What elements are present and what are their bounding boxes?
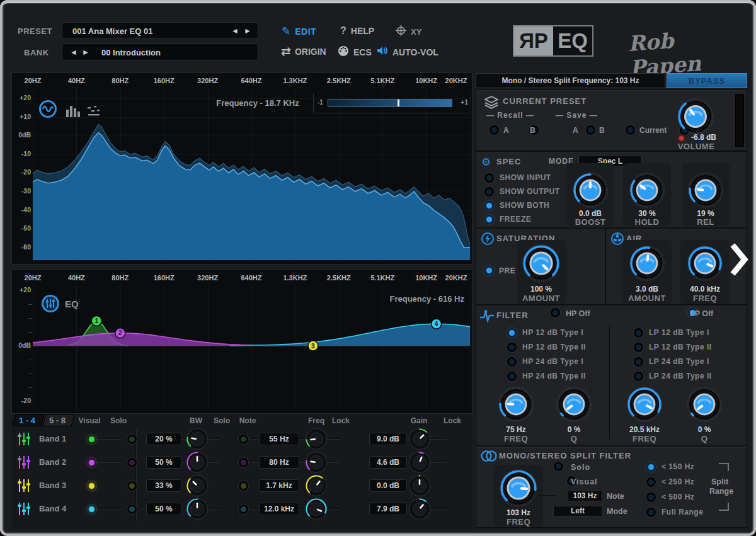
band-2-solo-dot[interactable] bbox=[127, 457, 137, 468]
spec-option-3[interactable]: FREEZE bbox=[484, 214, 531, 225]
analyzer-bars-icon[interactable] bbox=[65, 103, 81, 120]
band-4-freq-knob[interactable] bbox=[305, 498, 328, 520]
spec-option-1-radio[interactable] bbox=[484, 186, 495, 197]
band-1-bw-value[interactable]: 20 % bbox=[146, 433, 181, 445]
air-freq-knob[interactable] bbox=[687, 245, 723, 282]
band-3-gain-value[interactable]: 0.0 dB bbox=[369, 479, 407, 492]
eq-chart[interactable]: 1 2 3 4 bbox=[33, 290, 470, 404]
lp-option-2-radio[interactable] bbox=[633, 356, 644, 367]
band-3-bw-knob[interactable] bbox=[186, 474, 209, 497]
eq-band-1-node[interactable]: 1 bbox=[91, 316, 101, 326]
hp-option-3[interactable]: HP 24 dB Type II bbox=[507, 370, 586, 382]
split-range-1-radio[interactable] bbox=[646, 477, 656, 488]
split-range-2-radio[interactable] bbox=[646, 492, 656, 503]
hold-knob[interactable] bbox=[629, 172, 665, 208]
help-button[interactable]: ? HELP bbox=[340, 25, 374, 37]
preset-value[interactable]: 001 Ana Mixer EQ 01 bbox=[72, 26, 152, 36]
pre-radio[interactable] bbox=[484, 265, 495, 276]
band-3-freq-knob[interactable] bbox=[305, 474, 328, 497]
eq-band-3-node[interactable]: 3 bbox=[308, 341, 318, 351]
spec-option-1[interactable]: SHOW OUTPUT bbox=[484, 186, 560, 197]
band-1-bw-solo-dot[interactable] bbox=[238, 434, 249, 445]
split-range-3-radio[interactable] bbox=[646, 507, 656, 518]
analyzer-points-icon[interactable] bbox=[86, 105, 103, 120]
band-3-bw-value[interactable]: 33 % bbox=[146, 479, 181, 492]
air-amount-knob[interactable] bbox=[629, 245, 665, 282]
hp-option-0-radio[interactable] bbox=[507, 328, 517, 338]
spec-option-3-radio[interactable] bbox=[484, 214, 495, 225]
tilt-slider-marker[interactable] bbox=[398, 100, 399, 106]
spec-option-2-radio[interactable] bbox=[484, 200, 495, 211]
split-note-value[interactable]: 103 Hz bbox=[568, 491, 602, 501]
eq-band-4-node[interactable]: 4 bbox=[432, 319, 442, 329]
band-2-bw-knob[interactable] bbox=[186, 451, 209, 474]
hp-option-2-radio[interactable] bbox=[507, 356, 517, 367]
auto-vol-button[interactable]: AUTO-VOL bbox=[377, 45, 438, 59]
band-4-bw-knob[interactable] bbox=[186, 498, 209, 520]
tilt-slider[interactable] bbox=[328, 99, 452, 107]
analyzer-curve-icon[interactable] bbox=[38, 100, 57, 121]
boost-knob[interactable] bbox=[572, 172, 609, 208]
eq-band-2-node[interactable]: 2 bbox=[115, 328, 125, 338]
band-4-freq-value[interactable]: 12.0 kHz bbox=[259, 503, 299, 515]
save-a-radio[interactable] bbox=[585, 125, 596, 135]
band-3-bw-solo-dot[interactable] bbox=[238, 481, 249, 491]
hp-option-2[interactable]: HP 24 dB Type I bbox=[507, 356, 583, 367]
lp-q-knob[interactable] bbox=[686, 386, 723, 423]
bank-selector[interactable]: ◄ ► 00 Introduction bbox=[62, 43, 258, 60]
saturation-amount-knob[interactable] bbox=[522, 244, 561, 283]
split-range-2[interactable]: < 500 Hz bbox=[646, 491, 694, 503]
xy-button[interactable]: XY bbox=[396, 25, 421, 38]
spectrum-analyzer-panel[interactable]: 20HZ40HZ80HZ160HZ320HZ640HZ1.3KHZ2.5KHZ5… bbox=[11, 72, 472, 265]
hp-q-knob[interactable] bbox=[556, 386, 592, 423]
save-b-radio[interactable] bbox=[625, 125, 636, 135]
hp-option-1-radio[interactable] bbox=[507, 342, 517, 353]
split-range-1[interactable]: < 250 Hz bbox=[646, 476, 694, 488]
origin-button[interactable]: ⇄ ORIGIN bbox=[281, 45, 326, 57]
split-range-0-radio[interactable] bbox=[646, 462, 656, 472]
band-3-solo-dot[interactable] bbox=[127, 481, 137, 491]
band-2-freq-value[interactable]: 80 Hz bbox=[259, 456, 299, 469]
spec-option-0[interactable]: SHOW INPUT bbox=[484, 172, 551, 183]
band-1-gain-knob[interactable] bbox=[408, 428, 431, 450]
hp-option-1[interactable]: HP 12 dB Type II bbox=[507, 341, 586, 353]
band-2-bw-value[interactable]: 50 % bbox=[146, 456, 181, 469]
band-3-gain-knob[interactable] bbox=[408, 474, 431, 497]
band-4-bw-solo-dot[interactable] bbox=[238, 504, 249, 515]
band-2-visual-dot[interactable] bbox=[86, 457, 97, 468]
split-solo-radio[interactable] bbox=[553, 461, 564, 472]
ecs-button[interactable]: ECS bbox=[338, 45, 372, 59]
rel-knob[interactable] bbox=[687, 172, 724, 208]
hp-option-0[interactable]: HP 12 dB Type I bbox=[507, 327, 583, 338]
preset-prev-arrow[interactable]: ◄ bbox=[231, 26, 239, 35]
lp-option-3[interactable]: LP 24 dB Type II bbox=[633, 370, 712, 382]
split-range-0[interactable]: < 150 Hz bbox=[646, 461, 694, 472]
eq-curve-panel[interactable]: 20HZ40HZ80HZ160HZ320HZ640HZ1.3KHZ2.5KHZ5… bbox=[11, 270, 472, 414]
hp-option-3-radio[interactable] bbox=[507, 371, 517, 382]
lp-option-0-radio[interactable] bbox=[633, 328, 644, 338]
tab-bands-5-8-label[interactable]: 5 - 8 bbox=[49, 416, 66, 425]
band-4-solo-dot[interactable] bbox=[127, 504, 137, 515]
band-3-visual-dot[interactable] bbox=[86, 481, 97, 491]
band-2-gain-knob[interactable] bbox=[408, 451, 431, 474]
band-4-bw-value[interactable]: 50 % bbox=[146, 503, 181, 515]
lp-option-1[interactable]: LP 12 dB Type II bbox=[633, 341, 712, 353]
lp-option-0[interactable]: LP 12 dB Type I bbox=[633, 327, 709, 338]
hp-off-radio[interactable] bbox=[550, 307, 561, 318]
volume-knob[interactable] bbox=[677, 98, 714, 135]
band-1-freq-knob[interactable] bbox=[305, 428, 328, 450]
lp-freq-knob[interactable] bbox=[626, 386, 663, 423]
lp-option-2[interactable]: LP 24 dB Type I bbox=[633, 356, 709, 367]
band-1-gain-value[interactable]: 9.0 dB bbox=[369, 433, 407, 445]
band-4-gain-knob[interactable] bbox=[408, 498, 431, 520]
recall-a-radio[interactable] bbox=[489, 125, 500, 135]
bank-prev-arrow[interactable]: ◄ bbox=[70, 48, 77, 57]
bank-value[interactable]: 00 Introduction bbox=[101, 48, 161, 57]
hp-freq-knob[interactable] bbox=[498, 386, 534, 423]
band-4-visual-dot[interactable] bbox=[86, 504, 97, 515]
tab-bands-1-4-label[interactable]: 1 - 4 bbox=[19, 416, 35, 425]
band-1-visual-dot[interactable] bbox=[86, 434, 97, 445]
band-1-solo-dot[interactable] bbox=[127, 434, 137, 445]
split-freq-knob[interactable] bbox=[499, 469, 538, 508]
spec-option-0-radio[interactable] bbox=[484, 173, 495, 183]
